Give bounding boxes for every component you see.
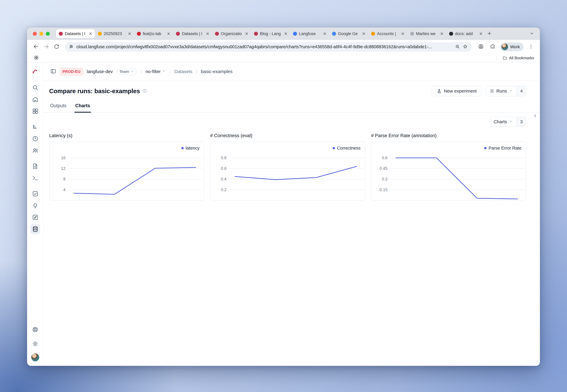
sidebar-toggle-icon[interactable] xyxy=(50,68,56,75)
svg-text:0.2: 0.2 xyxy=(221,188,227,192)
tab-search-button[interactable] xyxy=(527,29,536,38)
extensions-puzzle-icon[interactable] xyxy=(488,42,497,51)
tab-strip: Datasets | l×20250923×feat(io-tab×Datase… xyxy=(27,28,540,40)
tab-label: Google Ge xyxy=(338,31,360,36)
browser-tab[interactable]: feat(io-tab× xyxy=(134,29,173,38)
minimize-window-icon[interactable] xyxy=(39,32,43,36)
chart-card: Correctness 0.80.60.40.2 xyxy=(210,142,365,200)
chart-legend: latency xyxy=(181,146,199,151)
chart-latency: Latency (s) latency 161284 xyxy=(49,133,204,200)
chart-legend: Parse Error Rate xyxy=(484,146,522,151)
tab-close-icon[interactable]: × xyxy=(284,31,288,36)
browser-tab[interactable]: docs: add× xyxy=(446,29,485,38)
tab-label: Blog - Lang xyxy=(260,31,282,36)
browser-tab[interactable]: Marlies we× xyxy=(407,29,446,38)
svg-text:0.4: 0.4 xyxy=(221,177,227,181)
langfuse-favicon xyxy=(254,32,258,36)
browser-tab[interactable]: Blog - Lang× xyxy=(251,29,290,38)
title-row: Compare runs: basic-examples New experim… xyxy=(49,86,526,96)
address-bar: cloud.langfuse.com/project/cmfwgv8fx002o… xyxy=(27,40,540,54)
runs-dropdown[interactable]: Runs 4 xyxy=(486,86,526,96)
tab-close-icon[interactable]: × xyxy=(205,31,210,36)
tab-close-icon[interactable]: × xyxy=(88,31,93,36)
tab-close-icon[interactable]: × xyxy=(127,31,132,36)
langfuse-favicon xyxy=(215,32,219,36)
sidebar-item-evals[interactable] xyxy=(30,201,40,210)
back-button[interactable] xyxy=(32,42,40,51)
tab-label: Datasets | l xyxy=(182,31,203,36)
line-chart-plot[interactable]: 161284 xyxy=(49,142,204,200)
maximize-window-icon[interactable] xyxy=(46,32,50,36)
bookmark-star-icon[interactable] xyxy=(463,44,468,50)
url-text[interactable]: cloud.langfuse.com/project/cmfwgv8fx002o… xyxy=(76,44,452,49)
tab-close-icon[interactable]: × xyxy=(323,31,327,36)
environment-badge[interactable]: PROD-EU xyxy=(60,68,83,75)
sidebar-item-datasets[interactable] xyxy=(30,224,40,234)
org-plan-pill[interactable]: Team xyxy=(116,68,137,75)
browser-tab[interactable]: Datasets | l× xyxy=(173,29,212,38)
user-avatar[interactable] xyxy=(31,353,40,362)
project-selector[interactable]: no-filter xyxy=(145,69,166,74)
browser-menu-kebab-icon[interactable] xyxy=(527,42,535,51)
breadcrumb-datasets-link[interactable]: Datasets xyxy=(174,69,192,74)
new-experiment-button[interactable]: New experiment xyxy=(432,86,482,96)
browser-tab-active[interactable]: Datasets | l× xyxy=(56,29,95,38)
reload-button[interactable] xyxy=(52,42,61,51)
sidebar-item-support[interactable] xyxy=(30,325,40,334)
tab-close-icon[interactable]: × xyxy=(440,31,444,36)
org-name[interactable]: langfuse-dev xyxy=(87,69,113,74)
browser-profile-chip[interactable]: Work xyxy=(500,42,524,51)
svg-text:16: 16 xyxy=(61,156,66,160)
page-favicon xyxy=(410,32,414,36)
langfuse-logo[interactable] xyxy=(32,68,39,75)
collapse-panel-chevron[interactable] xyxy=(533,113,538,119)
apps-grid-icon[interactable] xyxy=(33,55,40,61)
charts-count-badge: 3 xyxy=(517,117,526,126)
colab-favicon xyxy=(98,32,102,36)
sidebar-item-dashboard[interactable] xyxy=(30,106,40,116)
chart-card: Parse Error Rate 0.60.450.30.15 xyxy=(371,142,526,200)
svg-text:8: 8 xyxy=(63,177,66,181)
app-header: PROD-EU langfuse-dev Team / no-filter / … xyxy=(44,62,540,81)
tab-close-icon[interactable]: × xyxy=(401,31,405,36)
close-window-icon[interactable] xyxy=(33,32,37,36)
browser-tab[interactable]: 20250923× xyxy=(95,29,134,38)
zoom-icon[interactable] xyxy=(455,44,460,50)
tab-close-icon[interactable]: × xyxy=(479,31,483,36)
url-omnibox[interactable]: cloud.langfuse.com/project/cmfwgv8fx002o… xyxy=(65,42,472,52)
site-settings-icon[interactable] xyxy=(69,44,74,50)
sidebar-item-users[interactable] xyxy=(30,146,40,155)
profile-circle-icon[interactable] xyxy=(477,42,485,51)
svg-text:4: 4 xyxy=(63,188,66,192)
charts-dropdown[interactable]: Charts 3 xyxy=(490,117,526,126)
sidebar-item-prompts[interactable] xyxy=(30,161,40,171)
sidebar-item-tracing[interactable] xyxy=(30,122,40,132)
line-chart-plot[interactable]: 0.60.450.30.15 xyxy=(371,142,526,200)
browser-tab[interactable]: Langfuse× xyxy=(290,29,329,38)
sidebar-item-search[interactable] xyxy=(30,83,40,92)
breadcrumb-slash: / xyxy=(196,69,197,74)
forward-button[interactable] xyxy=(42,42,51,51)
tab-close-icon[interactable]: × xyxy=(362,31,366,36)
sidebar-item-judge[interactable] xyxy=(30,212,40,222)
page-tabs: Outputs Charts xyxy=(44,103,540,113)
chevron-down-icon xyxy=(509,119,513,124)
info-icon[interactable] xyxy=(142,88,147,94)
tab-close-icon[interactable]: × xyxy=(166,31,171,36)
tab-charts[interactable]: Charts xyxy=(75,103,90,112)
tab-outputs[interactable]: Outputs xyxy=(50,103,67,112)
sidebar-item-scores[interactable] xyxy=(30,189,40,198)
new-tab-button[interactable] xyxy=(485,29,494,38)
breadcrumb-current-item[interactable]: basic-examples xyxy=(201,69,232,74)
tab-close-icon[interactable]: × xyxy=(244,31,249,36)
sidebar-item-home[interactable] xyxy=(30,95,40,104)
browser-tab[interactable]: Google Ge× xyxy=(329,29,368,38)
sidebar-item-settings[interactable] xyxy=(30,339,40,349)
sidebar-item-playground[interactable] xyxy=(30,173,40,183)
all-bookmarks-button[interactable]: All Bookmarks xyxy=(496,56,534,60)
line-chart-plot[interactable]: 0.80.60.40.2 xyxy=(211,142,365,200)
browser-tab[interactable]: Organizatio× xyxy=(212,29,251,38)
langfuse-app: PROD-EU langfuse-dev Team / no-filter / … xyxy=(27,62,540,366)
sidebar-item-sessions[interactable] xyxy=(30,134,40,143)
browser-tab[interactable]: Accounts |× xyxy=(368,29,407,38)
